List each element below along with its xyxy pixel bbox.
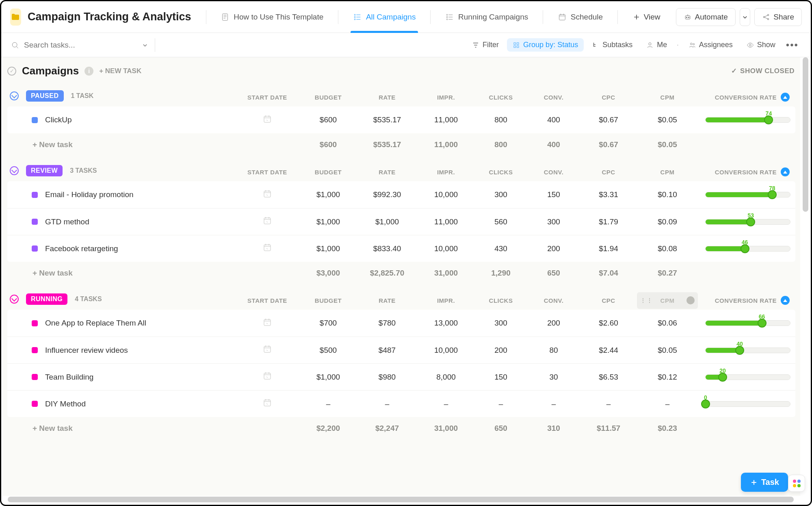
filter-button[interactable]: Filter <box>466 38 505 52</box>
column-header-conversion-rate[interactable]: CONVERSION RATE <box>698 163 795 181</box>
group-icon <box>513 41 520 49</box>
status-square-icon[interactable] <box>32 401 38 407</box>
sort-asc-icon <box>781 93 790 102</box>
task-name: DIY Method <box>45 400 86 408</box>
task-row[interactable]: Influencer review videos $500 $487 10,00… <box>7 337 795 363</box>
start-date-cell[interactable] <box>235 243 300 254</box>
task-row[interactable]: GTD method $1,000 $1,000 11,000 560 300 … <box>7 208 795 235</box>
tab-running-campaigns[interactable]: Running Campaigns <box>438 1 535 33</box>
filter-icon <box>472 41 479 49</box>
calendar-icon[interactable] <box>262 317 272 327</box>
tab-label: How to Use This Template <box>234 13 323 22</box>
vertical-scrollbar[interactable] <box>803 57 808 212</box>
status-square-icon[interactable] <box>32 245 38 252</box>
budget-cell: $1,000 <box>300 217 357 226</box>
task-name: Influencer review videos <box>45 346 128 355</box>
tab-label: All Campaigns <box>366 13 416 22</box>
status-square-icon[interactable] <box>32 374 38 380</box>
conv-cell: 150 <box>527 190 580 199</box>
automate-dropdown[interactable] <box>740 8 750 26</box>
status-square-icon[interactable] <box>32 347 38 353</box>
search-input[interactable] <box>23 40 121 50</box>
clicks-cell: 800 <box>474 115 527 124</box>
task-name: One App to Replace Them All <box>45 319 146 328</box>
conversion-rate-slider[interactable]: 40 <box>698 337 795 363</box>
more-button[interactable]: ••• <box>784 39 801 51</box>
cpm-cell: $0.05 <box>637 346 698 355</box>
apps-fab[interactable] <box>788 475 805 492</box>
search-box[interactable] <box>11 40 149 50</box>
share-button[interactable]: Share <box>754 8 802 26</box>
conversion-rate-slider[interactable]: 74 <box>698 106 795 133</box>
conversion-rate-slider[interactable]: 66 <box>698 310 795 337</box>
svg-point-11 <box>764 16 765 17</box>
subtasks-button[interactable]: Subtasks <box>586 38 638 52</box>
add-view-button[interactable]: View <box>625 8 668 26</box>
tab-how-to[interactable]: How to Use This Template <box>213 1 331 33</box>
collapse-list-toggle[interactable] <box>7 67 16 76</box>
conversion-rate-slider[interactable]: 46 <box>698 235 795 262</box>
calendar-icon[interactable] <box>262 189 272 199</box>
column-header-cpm[interactable]: CPM <box>637 89 698 106</box>
automate-button[interactable]: Automate <box>676 8 736 26</box>
cpc-cell: $0.67 <box>580 115 637 124</box>
tab-schedule[interactable]: Schedule <box>550 1 610 33</box>
start-date-cell[interactable] <box>235 189 300 201</box>
task-row[interactable]: DIY Method – – – – – – – 0 <box>7 390 795 417</box>
chevron-down-icon[interactable] <box>141 41 149 49</box>
calendar-icon[interactable] <box>262 114 272 124</box>
svg-rect-25 <box>264 218 271 224</box>
horizontal-scrollbar[interactable] <box>8 497 794 502</box>
start-date-cell[interactable] <box>235 371 300 383</box>
svg-rect-23 <box>264 116 271 122</box>
task-row[interactable]: Team Building $1,000 $980 8,000 150 30 $… <box>7 363 795 390</box>
clicks-cell: 560 <box>474 217 527 226</box>
impr-cell: 11,000 <box>418 115 474 124</box>
new-task-button-top[interactable]: + NEW TASK <box>99 67 141 75</box>
new-task-button[interactable]: + New task <box>7 269 235 278</box>
calendar-icon[interactable] <box>262 344 272 354</box>
status-square-icon[interactable] <box>32 320 38 326</box>
start-date-cell[interactable] <box>235 114 300 126</box>
task-row[interactable]: One App to Replace Them All $700 $780 13… <box>7 310 795 337</box>
svg-point-4 <box>446 14 448 15</box>
new-task-button[interactable]: + New task <box>7 140 235 149</box>
new-task-fab[interactable]: Task <box>741 473 788 492</box>
list-icon <box>353 13 362 22</box>
calendar-icon[interactable] <box>262 216 272 226</box>
calendar-icon[interactable] <box>262 398 272 408</box>
start-date-cell[interactable] <box>235 398 300 410</box>
start-date-cell[interactable] <box>235 216 300 228</box>
start-date-cell[interactable] <box>235 317 300 329</box>
tab-all-campaigns[interactable]: All Campaigns <box>346 1 423 33</box>
task-row[interactable]: Email - Holiday promotion $1,000 $992.30… <box>7 181 795 208</box>
calendar-icon[interactable] <box>262 243 272 252</box>
show-closed-toggle[interactable]: SHOW CLOSED <box>731 67 795 75</box>
column-header-conversion-rate[interactable]: CONVERSION RATE <box>698 88 795 106</box>
show-button[interactable]: Show <box>741 38 781 52</box>
start-date-cell[interactable] <box>235 344 300 356</box>
conversion-rate-slider[interactable]: 53 <box>698 208 795 235</box>
task-row[interactable]: ClickUp $600 $535.17 11,000 800 400 $0.6… <box>7 106 795 133</box>
svg-rect-15 <box>514 43 516 45</box>
calendar-icon[interactable] <box>262 371 272 381</box>
cpc-cell: $2.60 <box>580 319 637 328</box>
new-task-button[interactable]: + New task <box>7 424 235 433</box>
status-square-icon[interactable] <box>32 117 38 123</box>
assignees-button[interactable]: Assignees <box>683 38 738 52</box>
task-row[interactable]: Facebook retargeting $1,000 $833.40 10,0… <box>7 235 795 262</box>
status-square-icon[interactable] <box>32 219 38 225</box>
column-header-conversion-rate[interactable]: CONVERSION RATE <box>698 291 795 310</box>
group-review: REVIEW 3 TASKS START DATE BUDGET RATE IM… <box>7 165 795 284</box>
info-icon[interactable]: i <box>84 67 93 76</box>
conversion-rate-slider[interactable]: 0 <box>698 391 795 417</box>
column-header-cpm[interactable]: CPM <box>637 164 698 180</box>
conversion-rate-slider[interactable]: 78 <box>698 181 795 208</box>
separator <box>155 38 155 52</box>
column-header-cpm[interactable]: ⋮⋮CPM <box>637 292 698 309</box>
me-button[interactable]: Me <box>641 38 673 52</box>
group-by-button[interactable]: Group by: Status <box>507 38 584 52</box>
status-square-icon[interactable] <box>32 192 38 198</box>
conversion-rate-slider[interactable]: 20 <box>698 364 795 390</box>
cpm-cell: $0.05 <box>637 115 698 124</box>
